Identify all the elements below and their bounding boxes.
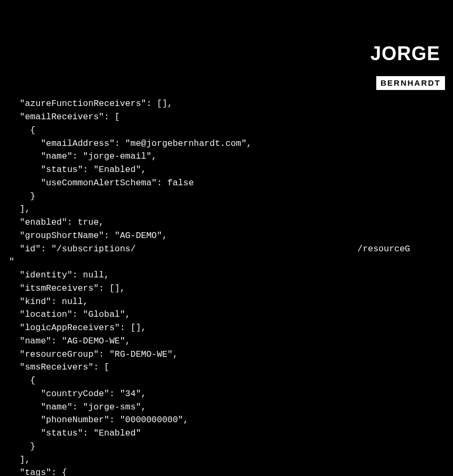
output-line: "tags": {: [9, 467, 67, 476]
output-line: "groupShortName": "AG-DEMO",: [9, 231, 167, 241]
output-line: "logicAppReceivers": [],: [9, 323, 146, 333]
output-line: "name": "jorge-sms",: [9, 402, 146, 412]
output-line: }: [9, 441, 36, 452]
terminal-output: "azureFunctionReceivers": [], "emailRece…: [3, 85, 450, 477]
output-line: {: [9, 125, 36, 135]
output-line: "azureFunctionReceivers": [],: [9, 99, 173, 109]
output-line: "location": "Global",: [9, 309, 131, 319]
output-line: "phoneNumber": "0000000000",: [9, 415, 189, 425]
output-line: ],: [9, 455, 30, 465]
output-line: "id": "/subscriptions/ /resourceG: [9, 244, 410, 254]
output-line: {: [9, 375, 36, 385]
output-line: "itsmReceivers": [],: [9, 283, 125, 293]
output-line: "enabled": true,: [9, 217, 104, 227]
output-line: "smsReceivers": [: [9, 362, 109, 372]
output-line: "status": "Enabled",: [9, 165, 146, 175]
output-line: "name": "AG-DEMO-WE",: [9, 336, 131, 346]
output-line: "name": "jorge-email",: [9, 151, 157, 161]
output-line: "emailReceivers": [: [9, 112, 120, 122]
output-line: "kind": null,: [9, 297, 88, 307]
watermark-brand-bottom: BERNHARDT: [376, 76, 445, 91]
watermark: JORGE BERNHARDT: [366, 19, 445, 90]
output-line: ],: [9, 204, 30, 214]
output-line: "emailAddress": "me@jorgebernhardt.com",: [9, 138, 252, 149]
output-line: "resourceGroup": "RG-DEMO-WE",: [9, 349, 178, 359]
output-line: "identity": null,: [9, 270, 109, 280]
watermark-brand-top: JORGE: [366, 45, 445, 62]
output-line: ": [9, 257, 14, 267]
output-line: "countryCode": "34",: [9, 389, 146, 399]
output-line: }: [9, 191, 36, 201]
output-line: "status": "Enabled": [9, 428, 141, 438]
output-line: "useCommonAlertSchema": false: [9, 178, 194, 188]
